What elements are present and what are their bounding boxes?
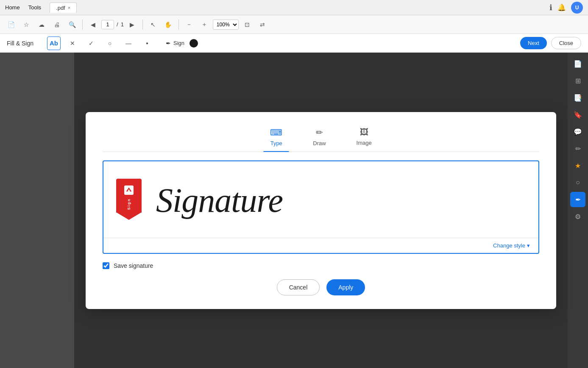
main-area: ⌨ Type ✏ Draw 🖼 Image bbox=[0, 53, 588, 368]
search-btn[interactable]: 🔍 bbox=[65, 18, 79, 31]
rotate-icon: ⇄ bbox=[260, 21, 265, 28]
left-panel bbox=[0, 53, 74, 368]
right-panel-circle-icon: ○ bbox=[576, 179, 580, 186]
close-btn[interactable]: Close bbox=[551, 37, 581, 49]
hand-icon: ✋ bbox=[164, 21, 172, 28]
zoom-out-btn[interactable]: － bbox=[182, 18, 196, 31]
bell-icon[interactable]: 🔔 bbox=[557, 3, 566, 11]
stamp-body: Sign bbox=[116, 179, 142, 213]
rotate-btn[interactable]: ⇄ bbox=[256, 18, 269, 31]
image-icon: 🖼 bbox=[360, 127, 368, 137]
nav-next-btn[interactable]: ▶ bbox=[125, 18, 139, 31]
right-panel-edit-btn[interactable]: ✏ bbox=[570, 141, 585, 156]
cloud-btn[interactable]: ☁ bbox=[35, 18, 48, 31]
sep-3 bbox=[178, 20, 179, 30]
sign-label: Sign bbox=[173, 40, 184, 46]
right-panel-layers-icon: 📑 bbox=[574, 94, 582, 102]
keyboard-icon: ⌨ bbox=[270, 127, 282, 138]
dialog-buttons: Cancel Apply bbox=[103, 279, 539, 295]
dot-tool-icon: ● bbox=[146, 41, 148, 45]
sign-pen-icon: ✒ bbox=[166, 40, 171, 47]
file-tab[interactable]: .pdf × bbox=[50, 3, 77, 13]
text-tool-btn[interactable]: Ab bbox=[47, 37, 61, 50]
sep-2 bbox=[142, 20, 143, 30]
next-btn[interactable]: Next bbox=[520, 37, 547, 49]
save-signature-label: Save signature bbox=[114, 262, 153, 269]
right-panel-grid-icon: ⊞ bbox=[575, 77, 581, 85]
ellipse-tool-btn[interactable]: ○ bbox=[103, 37, 117, 50]
sign-btn[interactable]: ✒ Sign bbox=[166, 40, 184, 47]
tab-draw[interactable]: ✏ Draw bbox=[306, 124, 332, 152]
tab-type[interactable]: ⌨ Type bbox=[263, 124, 289, 152]
change-style-label: Change style bbox=[493, 242, 525, 249]
zoom-out-icon: － bbox=[186, 21, 192, 28]
signature-dialog: ⌨ Type ✏ Draw 🖼 Image bbox=[86, 112, 556, 309]
check-tool-btn[interactable]: ✓ bbox=[84, 37, 98, 50]
line-tool-btn[interactable]: — bbox=[122, 37, 135, 50]
info-icon[interactable]: ℹ bbox=[549, 3, 552, 12]
right-panel-grid-btn[interactable]: ⊞ bbox=[570, 73, 585, 88]
fill-sign-bar: Fill & Sign Ab ✕ ✓ ○ — ● ✒ Sign Next Clo… bbox=[0, 34, 588, 53]
signature-bottom: Change style ▾ bbox=[103, 238, 538, 253]
zoom-in-btn[interactable]: ＋ bbox=[198, 18, 211, 31]
cursor-icon: ↖ bbox=[150, 21, 156, 28]
dialog-overlay: ⌨ Type ✏ Draw 🖼 Image bbox=[74, 53, 568, 368]
signature-content[interactable]: Sign Signature bbox=[103, 161, 538, 238]
new-doc-btn[interactable]: 📄 bbox=[4, 18, 18, 31]
right-panel-more-icon: ⚙ bbox=[575, 213, 581, 221]
tab-image[interactable]: 🖼 Image bbox=[350, 124, 379, 152]
new-doc-icon: 📄 bbox=[8, 21, 15, 28]
ellipse-tool-icon: ○ bbox=[108, 40, 111, 47]
zoom-select[interactable]: 100% 75% 125% 150% bbox=[213, 20, 239, 30]
right-panel-sign-btn[interactable]: ✒ bbox=[570, 192, 585, 207]
zoom-in-icon: ＋ bbox=[201, 21, 207, 28]
right-panel-bookmark-btn[interactable]: 🔖 bbox=[570, 107, 585, 122]
cross-tool-icon: ✕ bbox=[70, 40, 75, 47]
menu-tools[interactable]: Tools bbox=[28, 4, 41, 11]
bookmark-btn[interactable]: ☆ bbox=[20, 18, 33, 31]
print-icon: 🖨 bbox=[54, 21, 60, 28]
right-panel-page-btn[interactable]: 📄 bbox=[570, 56, 585, 71]
nav-prev-btn[interactable]: ◀ bbox=[86, 18, 100, 31]
draw-icon: ✏ bbox=[316, 127, 323, 138]
dialog-tabs: ⌨ Type ✏ Draw 🖼 Image bbox=[103, 124, 539, 152]
stamp-container: Sign bbox=[116, 179, 142, 220]
cursor-btn[interactable]: ↖ bbox=[146, 18, 160, 31]
search-icon: 🔍 bbox=[69, 21, 76, 28]
cancel-btn[interactable]: Cancel bbox=[277, 279, 320, 295]
page-nav: / 1 bbox=[101, 20, 124, 29]
line-tool-icon: — bbox=[125, 40, 131, 47]
right-panel-circle-btn[interactable]: ○ bbox=[570, 175, 585, 190]
signature-box: Sign Signature Change s bbox=[103, 160, 539, 254]
text-tool-icon: Ab bbox=[50, 39, 58, 47]
dot-tool-btn[interactable]: ● bbox=[140, 37, 154, 50]
tab-draw-label: Draw bbox=[313, 140, 326, 146]
hand-btn[interactable]: ✋ bbox=[162, 18, 175, 31]
right-panel-layers-btn[interactable]: 📑 bbox=[570, 90, 585, 105]
fit-page-icon: ⊡ bbox=[245, 21, 250, 28]
stamp-sign-text: Sign bbox=[127, 198, 131, 210]
nav-prev-icon: ◀ bbox=[91, 21, 95, 28]
right-panel-highlight-btn[interactable]: ★ bbox=[570, 158, 585, 173]
right-panel-more-btn[interactable]: ⚙ bbox=[570, 209, 585, 224]
cross-tool-btn[interactable]: ✕ bbox=[66, 37, 79, 50]
menu-home[interactable]: Home bbox=[5, 4, 20, 11]
center-area: ⌨ Type ✏ Draw 🖼 Image bbox=[74, 53, 568, 368]
page-current-input[interactable] bbox=[101, 20, 114, 29]
avatar[interactable]: U bbox=[571, 2, 583, 14]
page-sep: / bbox=[117, 21, 118, 28]
color-dot[interactable] bbox=[189, 39, 198, 48]
save-sig-row: Save signature bbox=[103, 262, 539, 269]
apply-btn[interactable]: Apply bbox=[326, 279, 365, 295]
fit-page-btn[interactable]: ⊡ bbox=[240, 18, 254, 31]
page-total: 1 bbox=[121, 21, 124, 28]
print-btn[interactable]: 🖨 bbox=[50, 18, 64, 31]
signature-display: Signature bbox=[152, 174, 372, 225]
right-panel-comment-btn[interactable]: 💬 bbox=[570, 124, 585, 139]
tab-image-label: Image bbox=[357, 140, 372, 146]
stamp-pointer bbox=[116, 212, 142, 220]
right-panel-comment-icon: 💬 bbox=[574, 128, 582, 136]
change-style-btn[interactable]: Change style ▾ bbox=[493, 242, 530, 249]
tab-close-icon[interactable]: × bbox=[68, 5, 70, 10]
save-signature-checkbox[interactable] bbox=[103, 262, 109, 269]
